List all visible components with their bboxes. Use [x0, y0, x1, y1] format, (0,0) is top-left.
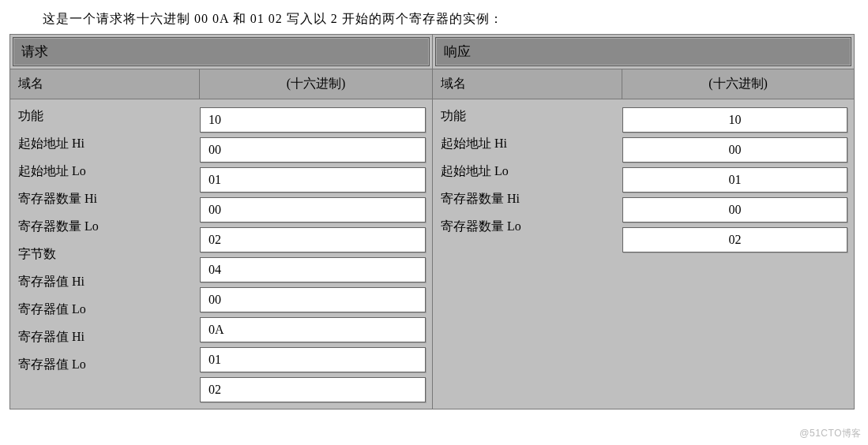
response-col-field: 域名 [433, 69, 622, 99]
request-subheader: 域名 (十六进制) [10, 69, 432, 99]
label: 寄存器值 Hi [10, 323, 200, 351]
label: 字节数 [10, 241, 200, 268]
response-subheader: 域名 (十六进制) [433, 69, 854, 99]
label: 寄存器值 Lo [10, 351, 200, 379]
label: 寄存器值 Hi [10, 268, 200, 296]
response-rows: 功能 起始地址 Hi 起始地址 Lo 寄存器数量 Hi 寄存器数量 Lo 10 … [433, 99, 854, 259]
response-values: 10 00 01 00 02 [622, 99, 854, 259]
tables-wrapper: 请求 域名 (十六进制) 功能 起始地址 Hi 起始地址 Lo 寄存器数量 Hi… [9, 34, 855, 409]
response-labels: 功能 起始地址 Hi 起始地址 Lo 寄存器数量 Hi 寄存器数量 Lo [433, 99, 622, 259]
value-cell: 10 [622, 107, 847, 133]
value-cell: 01 [622, 167, 847, 193]
label: 寄存器数量 Hi [10, 185, 200, 213]
label: 寄存器数量 Hi [433, 185, 622, 213]
value-cell: 02 [622, 227, 847, 252]
value-cell: 00 [622, 197, 847, 222]
label: 功能 [433, 103, 622, 130]
value-cell: 02 [200, 377, 426, 402]
request-title: 请求 [13, 37, 430, 66]
request-values: 10 00 01 00 02 04 00 0A 01 02 [200, 99, 432, 409]
response-title: 响应 [435, 37, 851, 66]
intro-text: 这是一个请求将十六进制 00 0A 和 01 02 写入以 2 开始的两个寄存器… [9, 6, 859, 34]
response-col-hex: (十六进制) [622, 69, 854, 99]
value-cell: 01 [200, 167, 426, 193]
label: 起始地址 Hi [10, 130, 200, 158]
label: 功能 [10, 103, 200, 130]
label: 寄存器值 Lo [10, 296, 200, 323]
label: 寄存器数量 Lo [433, 213, 622, 241]
label: 起始地址 Lo [433, 158, 622, 185]
value-cell: 0A [200, 317, 426, 342]
value-cell: 02 [200, 227, 426, 252]
request-rows: 功能 起始地址 Hi 起始地址 Lo 寄存器数量 Hi 寄存器数量 Lo 字节数… [10, 99, 432, 409]
request-col-hex: (十六进制) [200, 69, 432, 99]
request-labels: 功能 起始地址 Hi 起始地址 Lo 寄存器数量 Hi 寄存器数量 Lo 字节数… [10, 99, 200, 409]
value-cell: 00 [200, 287, 426, 312]
label: 起始地址 Hi [433, 130, 622, 158]
value-cell: 10 [200, 107, 426, 133]
request-col-field: 域名 [10, 69, 200, 99]
value-cell: 04 [200, 257, 426, 282]
label: 起始地址 Lo [10, 158, 200, 185]
value-cell: 00 [622, 137, 847, 163]
request-panel: 请求 域名 (十六进制) 功能 起始地址 Hi 起始地址 Lo 寄存器数量 Hi… [10, 35, 432, 409]
value-cell: 00 [200, 197, 426, 222]
label: 寄存器数量 Lo [10, 213, 200, 241]
value-cell: 01 [200, 347, 426, 372]
response-panel: 响应 域名 (十六进制) 功能 起始地址 Hi 起始地址 Lo 寄存器数量 Hi… [432, 35, 854, 409]
value-cell: 00 [200, 137, 426, 163]
